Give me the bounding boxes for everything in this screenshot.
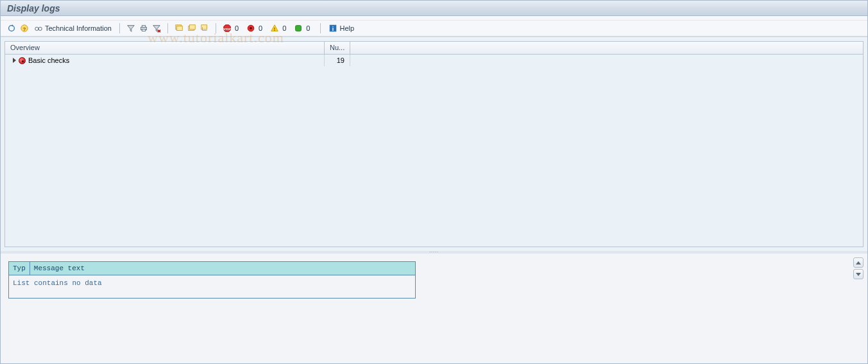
svg-point-3 [35, 27, 38, 30]
expand-all-button[interactable] [173, 22, 185, 34]
warning-icon: ! [270, 24, 279, 33]
print-button[interactable] [138, 22, 149, 34]
arrow-down-icon [856, 273, 861, 276]
scroll-down-button[interactable] [853, 269, 864, 279]
cancel-filter-button[interactable]: STOP [221, 22, 233, 34]
separator [320, 23, 321, 33]
separator [167, 23, 168, 33]
error-icon [246, 24, 255, 33]
error-status-icon [19, 57, 26, 64]
info-icon: i [328, 24, 337, 33]
svg-text:STOP: STOP [223, 28, 231, 31]
filter-delete-button[interactable] [151, 22, 162, 34]
col-header-msgtext[interactable]: Message text [30, 262, 415, 275]
svg-text:?: ? [23, 26, 26, 32]
col-header-typ[interactable]: Typ [9, 262, 30, 275]
cancel-count: 0 [235, 24, 239, 32]
row-count-cell: 19 [325, 55, 350, 66]
help-popup-button[interactable]: ? [19, 22, 30, 34]
warning-count: 0 [282, 24, 286, 32]
svg-rect-14 [189, 25, 195, 30]
hierarchy-button[interactable] [199, 22, 210, 34]
warning-filter-button[interactable]: ! [269, 22, 280, 34]
glasses-icon [34, 24, 43, 33]
success-count: 0 [306, 24, 310, 32]
filter-reset-icon [152, 24, 161, 33]
filter-icon [126, 24, 135, 33]
help-label: Help [339, 24, 354, 32]
svg-point-19 [250, 27, 252, 30]
filter-button[interactable] [125, 22, 137, 34]
separator [216, 23, 216, 33]
title-bar: Display logs [1, 1, 867, 16]
scroll-up-button[interactable] [853, 257, 864, 268]
col-header-overview[interactable]: Overview [5, 42, 325, 54]
page-title: Display logs [7, 3, 60, 13]
svg-point-4 [38, 27, 42, 30]
empty-message: List contains no data [9, 275, 416, 299]
grid-body[interactable]: Basic checks 19 [5, 55, 863, 247]
row-overview-cell[interactable]: Basic checks [5, 55, 325, 66]
table-row: List contains no data [9, 275, 416, 299]
svg-point-0 [9, 26, 15, 31]
svg-rect-12 [176, 26, 182, 31]
printer-icon [139, 24, 148, 33]
toolbar: ? Technical Information STOP 0 0 ! 0 0 i… [1, 20, 867, 37]
refresh-icon [7, 24, 16, 33]
grid-header: Overview Nu... [5, 42, 863, 55]
expand-icon[interactable] [13, 58, 16, 63]
error-count: 0 [259, 24, 262, 32]
technical-info-button[interactable]: Technical Information [31, 22, 114, 34]
tree-icon [200, 24, 209, 33]
table-row[interactable]: Basic checks 19 [5, 55, 863, 66]
message-table: Typ Message text List contains no data [8, 261, 416, 299]
expand-all-icon [174, 24, 183, 33]
overview-grid: Overview Nu... Basic checks 19 [4, 41, 864, 247]
col-header-number[interactable]: Nu... [325, 42, 350, 54]
success-icon [294, 24, 303, 33]
svg-text:i: i [332, 26, 334, 32]
scroll-buttons [853, 257, 864, 281]
refresh-button[interactable] [6, 22, 17, 34]
row-count: 19 [337, 56, 345, 64]
svg-rect-7 [142, 26, 145, 28]
svg-text:!: ! [274, 27, 275, 31]
row-label: Basic checks [28, 56, 69, 64]
separator [119, 23, 120, 33]
svg-rect-8 [142, 30, 145, 31]
col-header-blank [350, 42, 863, 54]
main-area: Overview Nu... Basic checks 19 [1, 37, 867, 251]
collapse-all-icon [187, 24, 196, 33]
technical-info-label: Technical Information [45, 24, 112, 32]
help-button[interactable]: i Help [326, 22, 357, 34]
svg-rect-22 [296, 26, 302, 31]
error-filter-button[interactable] [245, 22, 257, 34]
stop-icon: STOP [223, 24, 232, 33]
collapse-all-button[interactable] [186, 22, 198, 34]
arrow-up-icon [856, 261, 861, 264]
messages-area: Typ Message text List contains no data [1, 254, 867, 358]
success-filter-button[interactable] [293, 22, 304, 34]
question-icon: ? [20, 24, 29, 33]
